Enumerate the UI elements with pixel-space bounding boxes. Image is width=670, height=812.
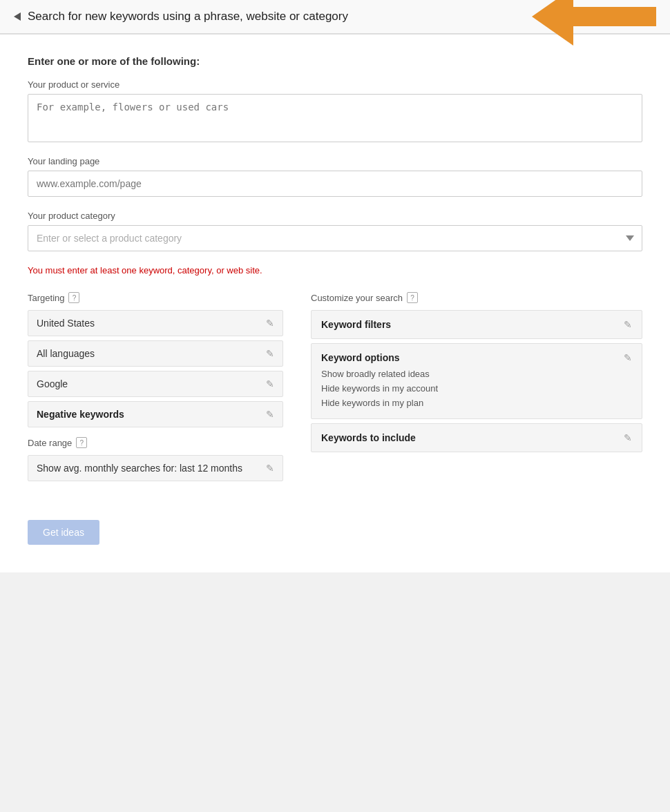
- date-range-help-icon[interactable]: ?: [76, 437, 87, 448]
- targeting-column: Targeting ? United States ✎ All language…: [28, 292, 283, 485]
- edit-icon-us: ✎: [266, 318, 274, 329]
- date-range-item[interactable]: Show avg. monthly searches for: last 12 …: [28, 455, 283, 481]
- edit-icon-negative-keywords: ✎: [266, 409, 274, 420]
- header-title: Search for new keywords using a phrase, …: [28, 10, 348, 23]
- edit-icon-keywords-to-include: ✎: [624, 432, 632, 443]
- header-bar[interactable]: Search for new keywords using a phrase, …: [0, 0, 670, 34]
- targeting-item-us[interactable]: United States ✎: [28, 310, 283, 336]
- keyword-options-sub1: Show broadly related ideas: [321, 367, 632, 382]
- keyword-options-header: Keyword options ✎: [321, 352, 632, 363]
- date-range-title-row: Date range ?: [28, 437, 283, 448]
- targeting-section-title: Targeting ?: [28, 292, 283, 303]
- keyword-options-sub2: Hide keywords in my account: [321, 382, 632, 396]
- main-content: Enter one or more of the following: Your…: [0, 34, 670, 572]
- customize-label: Customize your search: [311, 293, 403, 303]
- keyword-filters-title: Keyword filters: [321, 319, 391, 330]
- keyword-options-sub3: Hide keywords in my plan: [321, 396, 632, 411]
- landing-label: Your landing page: [28, 156, 642, 166]
- customize-help-icon[interactable]: ?: [407, 292, 418, 303]
- customize-section-title: Customize your search ?: [311, 292, 642, 303]
- category-label: Your product category: [28, 211, 642, 221]
- arrow-body: [573, 7, 656, 26]
- landing-input[interactable]: [28, 171, 642, 197]
- two-col-section: Targeting ? United States ✎ All language…: [28, 292, 642, 485]
- keywords-to-include-title: Keywords to include: [321, 432, 416, 443]
- edit-icon-languages: ✎: [266, 348, 274, 359]
- arrow-head: [532, 0, 573, 46]
- targeting-item-negative-keywords[interactable]: Negative keywords ✎: [28, 401, 283, 427]
- targeting-languages-label: All languages: [37, 348, 95, 359]
- edit-icon-date-range: ✎: [266, 463, 274, 474]
- arrow-annotation: [532, 0, 656, 46]
- keyword-options-title: Keyword options: [321, 352, 400, 363]
- edit-icon-google: ✎: [266, 378, 274, 389]
- form-section-title: Enter one or more of the following:: [28, 55, 642, 67]
- edit-icon-keyword-options: ✎: [624, 352, 632, 363]
- keywords-to-include-header: Keywords to include ✎: [321, 432, 632, 443]
- targeting-label: Targeting: [28, 293, 64, 303]
- targeting-item-languages[interactable]: All languages ✎: [28, 340, 283, 367]
- customize-item-keywords-to-include[interactable]: Keywords to include ✎: [311, 423, 642, 452]
- date-range-value: Show avg. monthly searches for: last 12 …: [37, 463, 242, 474]
- targeting-google-label: Google: [37, 378, 68, 389]
- date-range-label: Date range: [28, 438, 72, 448]
- category-select-wrapper: Enter or select a product category: [28, 225, 642, 251]
- error-message: You must enter at least one keyword, cat…: [28, 265, 642, 276]
- category-select[interactable]: Enter or select a product category: [28, 225, 642, 251]
- customize-item-keyword-options[interactable]: Keyword options ✎ Show broadly related i…: [311, 343, 642, 419]
- targeting-negative-keywords-label: Negative keywords: [37, 409, 124, 420]
- customize-column: Customize your search ? Keyword filters …: [311, 292, 642, 485]
- keyword-filters-header: Keyword filters ✎: [321, 319, 632, 330]
- get-ideas-button[interactable]: Get ideas: [28, 520, 99, 545]
- targeting-us-label: United States: [37, 318, 95, 329]
- edit-icon-keyword-filters: ✎: [624, 319, 632, 330]
- date-range-section: Date range ? Show avg. monthly searches …: [28, 437, 283, 481]
- targeting-help-icon[interactable]: ?: [68, 292, 79, 303]
- customize-item-keyword-filters[interactable]: Keyword filters ✎: [311, 310, 642, 339]
- page-wrapper: Search for new keywords using a phrase, …: [0, 0, 670, 572]
- collapse-icon: [14, 12, 21, 21]
- product-label: Your product or service: [28, 79, 642, 90]
- product-input[interactable]: [28, 94, 642, 142]
- targeting-item-google[interactable]: Google ✎: [28, 371, 283, 397]
